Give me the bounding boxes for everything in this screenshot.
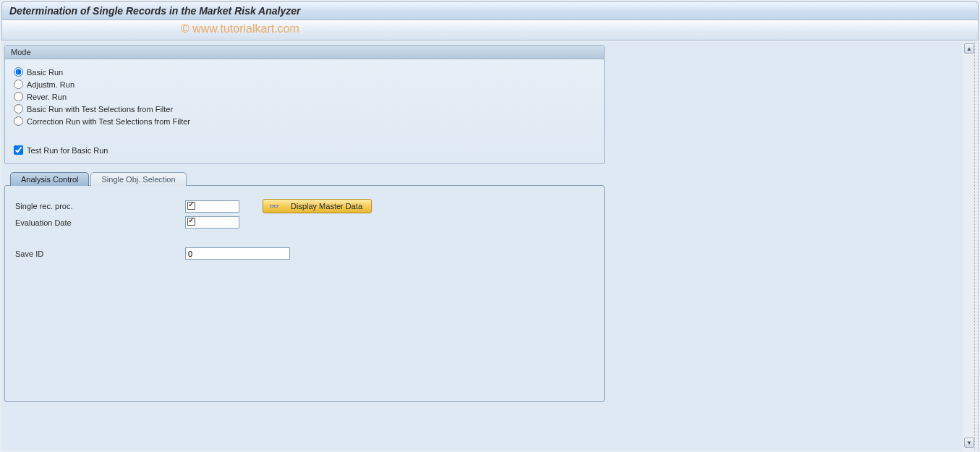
display-master-data-label: Display Master Data [291,202,362,210]
label-single-rec-proc: Single rec. proc. [15,202,185,210]
glasses-icon: 👓 [269,202,279,211]
chevron-up-icon: ▲ [966,46,972,52]
chevron-down-icon: ▼ [966,440,972,446]
tab-container: Analysis Control Single Obj. Selection S… [4,171,605,402]
radio-basic-run-label: Basic Run [27,68,63,77]
radio-rever-run-input[interactable] [14,92,23,101]
main-panel: Mode Basic Run Adjustm. Run Rever. Run B… [1,42,963,451]
scroll-up-button[interactable]: ▲ [964,43,974,54]
radio-basic-run-filter[interactable]: Basic Run with Test Selections from Filt… [14,103,595,114]
content-area: Mode Basic Run Adjustm. Run Rever. Run B… [1,42,979,451]
row-save-id: Save ID [15,247,594,260]
vertical-scrollbar[interactable]: ▲ ▼ [963,42,974,451]
radio-correction-run-filter[interactable]: Correction Run with Test Selections from… [14,116,595,127]
radio-adjustm-run[interactable]: Adjustm. Run [14,79,595,90]
page-title: Determination of Single Records in the M… [9,5,971,17]
radio-correction-run-filter-label: Correction Run with Test Selections from… [27,117,190,126]
radio-correction-run-filter-input[interactable] [14,116,23,126]
input-save-id[interactable] [185,247,290,260]
row-evaluation-date: Evaluation Date ✓ [15,216,594,229]
mode-group-body: Basic Run Adjustm. Run Rever. Run Basic … [5,59,604,163]
row-single-rec-proc: Single rec. proc. ✓ 👓 Display Master Dat… [15,199,594,213]
tab-content-analysis-control: Single rec. proc. ✓ 👓 Display Master Dat… [4,185,605,402]
checkbox-test-run-label: Test Run for Basic Run [27,146,108,155]
radio-basic-run-filter-label: Basic Run with Test Selections from Filt… [27,105,173,114]
mode-groupbox: Mode Basic Run Adjustm. Run Rever. Run B… [4,45,605,164]
watermark-text: © www.tutorialkart.com [181,22,299,35]
radio-rever-run-label: Rever. Run [27,93,67,101]
tab-strip: Analysis Control Single Obj. Selection [10,171,605,185]
tab-single-obj-selection[interactable]: Single Obj. Selection [90,172,186,186]
radio-basic-run-filter-input[interactable] [14,104,23,114]
checkbox-test-run-input[interactable] [14,145,23,155]
label-evaluation-date: Evaluation Date [15,218,185,227]
resize-handle[interactable] [974,42,979,451]
tab-analysis-control[interactable]: Analysis Control [10,172,89,186]
title-bar: Determination of Single Records in the M… [1,1,979,20]
spacer [15,231,594,247]
radio-basic-run-input[interactable] [14,67,23,77]
scroll-down-button[interactable]: ▼ [964,438,974,448]
valuehelp-icon[interactable]: ✓ [188,216,195,225]
radio-adjustm-run-label: Adjustm. Run [27,80,74,89]
radio-rever-run[interactable]: Rever. Run [14,91,595,102]
valuehelp-icon[interactable]: ✓ [188,200,195,209]
radio-basic-run[interactable]: Basic Run [14,67,595,77]
mode-group-header: Mode [5,46,604,59]
label-save-id: Save ID [15,250,185,258]
input-single-rec-proc-wrap: ✓ [185,200,239,213]
application-toolbar: © www.tutorialkart.com [1,20,979,40]
display-master-data-button[interactable]: 👓 Display Master Data [263,199,372,213]
checkbox-test-run[interactable]: Test Run for Basic Run [14,145,595,155]
input-evaluation-date-wrap: ✓ [185,216,239,229]
radio-adjustm-run-input[interactable] [14,80,23,89]
